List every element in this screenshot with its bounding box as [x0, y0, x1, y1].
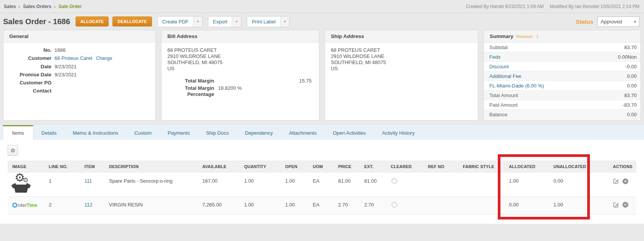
tab-open-activities[interactable]: Open Activities: [325, 125, 374, 140]
additional-fee-link[interactable]: Additional Fee: [489, 73, 521, 79]
breadcrumb-current: Sale Order: [58, 4, 82, 9]
price-cell: 81.00: [334, 173, 360, 196]
print-label-label[interactable]: Print Label: [247, 17, 280, 27]
status-label: Status: [576, 18, 593, 25]
open-cell: 1.00: [281, 196, 308, 214]
tab-details[interactable]: Details: [33, 125, 65, 140]
tab-custom[interactable]: Custom: [126, 125, 160, 140]
print-label-dropdown[interactable]: ▾: [280, 17, 289, 27]
order-number-value: 1686: [54, 47, 66, 53]
export-label[interactable]: Export: [208, 17, 232, 27]
col-ref-no: REF NO: [423, 160, 458, 173]
delete-line-icon[interactable]: ×: [623, 178, 628, 184]
fedx-value: 0.00Non: [618, 54, 637, 60]
tab-ship-docs[interactable]: Ship Docs: [198, 125, 237, 140]
change-customer-link[interactable]: Change: [96, 56, 112, 61]
field-label-customer-po: Customer PO: [9, 80, 51, 86]
subtotal-value: 83.70: [624, 45, 637, 50]
col-price: PRICE: [334, 160, 360, 173]
create-pdf-button[interactable]: Create PDF ▾: [157, 16, 203, 27]
box-icon: [13, 185, 29, 193]
tab-activity-history[interactable]: Activity History: [374, 125, 423, 140]
date-value: 9/23/2021: [54, 64, 77, 69]
fabric-style-cell: [458, 173, 504, 196]
fedx-link[interactable]: Fedx: [489, 54, 500, 60]
ref-no-cell: [423, 173, 458, 196]
gear-icon: ⚙: [10, 148, 15, 153]
allocate-button[interactable]: ALLOCATE: [76, 17, 109, 26]
total-amount-value: 83.70: [624, 92, 637, 98]
col-ext: EXT.: [360, 160, 386, 173]
discount-value: -0.00: [625, 64, 637, 69]
tab-payments[interactable]: Payments: [160, 125, 198, 140]
paid-amount-label: Paid Amount: [489, 102, 518, 108]
item-link[interactable]: 112: [84, 202, 92, 208]
ref-no-cell: [423, 196, 458, 214]
status-select[interactable]: Approved ▾: [597, 17, 639, 27]
export-button[interactable]: Export ▾: [208, 16, 241, 27]
breadcrumb: Sales ▸ Sales Orders ▸ Sale Order: [4, 4, 82, 9]
allocated-cell: 0.00: [504, 196, 549, 214]
ship-address-panel: Ship Address 68 PROTEUS CARET 2910 WILDR…: [325, 30, 478, 121]
line-no-cell: 2: [44, 196, 80, 214]
bill-address-title: Bill Address: [162, 30, 319, 43]
ship-address-line: 68 PROTEUS CARET: [331, 47, 472, 53]
cleared-radio[interactable]: [391, 178, 397, 184]
breadcrumb-sales-orders[interactable]: Sales Orders: [23, 4, 51, 9]
tab-items[interactable]: Items: [3, 125, 33, 140]
subtotal-label: Subtotal: [489, 45, 508, 50]
edit-line-icon[interactable]: [613, 178, 619, 184]
create-pdf-label[interactable]: Create PDF: [158, 17, 193, 27]
paid-amount-value: -83.70: [623, 102, 637, 108]
deallocate-button[interactable]: DEALLOCATE: [112, 17, 152, 26]
total-margin-label: Total Margin: [167, 78, 214, 84]
total-amount-label: Total Amount: [489, 92, 518, 98]
total-margin-percentage-label: Total Margin Percentage: [167, 85, 214, 97]
bill-address-line: SOUTHFIELD, MI 48075: [167, 59, 313, 66]
summary-row-paid: Paid Amount-83.70: [484, 100, 641, 110]
col-uom: UOM: [308, 160, 334, 173]
summary-row-tax: FL-Miami-Dade (6.00 %)0.00: [484, 81, 641, 91]
item-link[interactable]: 111: [84, 178, 92, 184]
unallocated-cell: 1.00: [549, 196, 608, 214]
tab-attachments[interactable]: Attachments: [281, 125, 325, 140]
customer-link[interactable]: 68 Proteus Caret: [54, 55, 92, 61]
discount-link[interactable]: Discount: [489, 64, 509, 69]
field-label-date: Date: [9, 64, 51, 69]
edit-line-icon[interactable]: [613, 202, 619, 208]
col-line-no: LINE NO.: [44, 160, 80, 173]
created-by-text: Created By Harold 9/23/2021 1:09 AM: [466, 4, 544, 9]
items-section: ⚙ IMAGE LINE NO. ITEM DESCRIPTION AVAILA…: [0, 140, 644, 224]
logo-text: rder: [18, 203, 26, 208]
breadcrumb-bar: Sales ▸ Sales Orders ▸ Sale Order Create…: [0, 0, 644, 13]
cleared-radio[interactable]: [391, 202, 397, 208]
delete-line-icon[interactable]: ×: [623, 202, 628, 208]
chevron-down-icon: ▾: [634, 20, 636, 24]
ship-address-title: Ship Address: [325, 30, 478, 43]
breadcrumb-sales[interactable]: Sales: [4, 4, 16, 9]
create-pdf-dropdown[interactable]: ▾: [193, 17, 202, 27]
col-fabric-style: FABRIC STYLE: [458, 160, 504, 173]
total-margin-value: 15.75: [218, 78, 313, 84]
uom-cell: EA: [308, 173, 334, 196]
bill-address-line: 2910 WILDROSE LANE: [167, 53, 313, 59]
summary-title: Summary: [490, 33, 514, 39]
export-dropdown[interactable]: ▾: [232, 17, 241, 27]
table-row: ⚙ ⚙ 1 111 Spare Parts - Sencorp:o-ring 1…: [8, 173, 636, 196]
grid-settings-button[interactable]: ⚙: [8, 145, 18, 156]
chevron-down-icon: ▾: [284, 20, 286, 23]
tab-dependency[interactable]: Dependency: [237, 125, 281, 140]
tab-memo-instructions[interactable]: Memo & Instructions: [65, 125, 127, 140]
tax-link[interactable]: FL-Miami-Dade (6.00 %): [489, 83, 544, 89]
print-label-button[interactable]: Print Label ▾: [247, 16, 290, 27]
logo-text: Time: [26, 203, 37, 208]
gear-icon: ⚙: [23, 177, 28, 183]
breadcrumb-separator-icon: ▸: [54, 5, 56, 8]
table-row: rderTime 2 112 VIRGIN RESIN 7,265.00 1.0…: [8, 196, 636, 214]
allocated-cell: 1.00: [504, 173, 549, 196]
field-label-no: No.: [9, 47, 51, 53]
balance-value: 0.00: [627, 112, 637, 117]
price-cell: 2.70: [334, 196, 360, 214]
col-description: DESCRIPTION: [104, 160, 198, 173]
quantity-cell: 1.00: [239, 173, 281, 196]
